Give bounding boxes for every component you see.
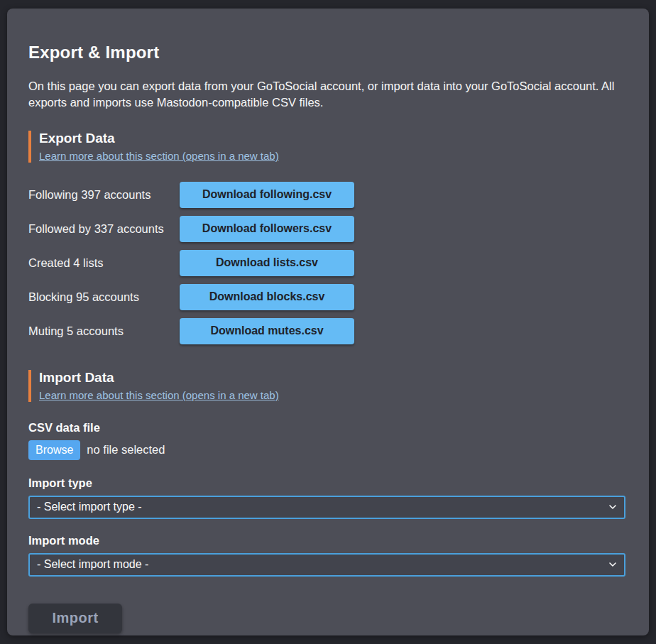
- import-mode-label: Import mode: [28, 534, 625, 547]
- import-type-label: Import type: [28, 476, 625, 490]
- chevron-down-icon: [608, 560, 617, 569]
- download-lists-button[interactable]: Download lists.csv: [180, 250, 354, 276]
- csv-file-label: CSV data file: [28, 421, 625, 435]
- export-learn-more-link[interactable]: Learn more about this section (opens in …: [39, 150, 279, 162]
- export-section-title: Export Data: [39, 131, 625, 146]
- import-submit-button[interactable]: Import: [28, 604, 122, 633]
- export-row-blocks: Blocking 95 accounts Download blocks.csv: [28, 284, 625, 310]
- import-section-header: Import Data Learn more about this sectio…: [28, 370, 625, 402]
- download-mutes-button[interactable]: Download mutes.csv: [180, 318, 354, 344]
- export-row-label: Following 397 accounts: [28, 188, 180, 202]
- page-title: Export & Import: [28, 43, 625, 62]
- export-row-label: Muting 5 accounts: [28, 324, 180, 338]
- download-followers-button[interactable]: Download followers.csv: [180, 216, 354, 242]
- download-following-button[interactable]: Download following.csv: [180, 182, 354, 208]
- page-description: On this page you can export data from yo…: [28, 78, 625, 111]
- import-mode-selected-value: - Select import mode -: [37, 558, 148, 571]
- export-row-lists: Created 4 lists Download lists.csv: [28, 250, 625, 276]
- csv-file-input: Browse no file selected: [28, 440, 625, 460]
- import-learn-more-link[interactable]: Learn more about this section (opens in …: [39, 389, 279, 401]
- export-import-panel: Export & Import On this page you can exp…: [7, 9, 649, 635]
- import-mode-select[interactable]: - Select import mode -: [28, 553, 625, 577]
- import-type-select[interactable]: - Select import type -: [28, 496, 625, 519]
- import-type-selected-value: - Select import type -: [37, 501, 142, 513]
- export-row-followers: Followed by 337 accounts Download follow…: [28, 216, 625, 242]
- export-section-header: Export Data Learn more about this sectio…: [28, 131, 625, 163]
- import-section-title: Import Data: [39, 370, 625, 386]
- download-blocks-button[interactable]: Download blocks.csv: [180, 284, 354, 310]
- export-row-label: Followed by 337 accounts: [28, 222, 180, 236]
- chevron-down-icon: [608, 503, 617, 511]
- export-row-following: Following 397 accounts Download followin…: [28, 182, 625, 208]
- browse-button[interactable]: Browse: [28, 440, 80, 460]
- file-status-text: no file selected: [87, 443, 165, 457]
- export-row-label: Blocking 95 accounts: [28, 290, 180, 304]
- export-row-mutes: Muting 5 accounts Download mutes.csv: [28, 318, 625, 344]
- export-row-label: Created 4 lists: [28, 256, 180, 270]
